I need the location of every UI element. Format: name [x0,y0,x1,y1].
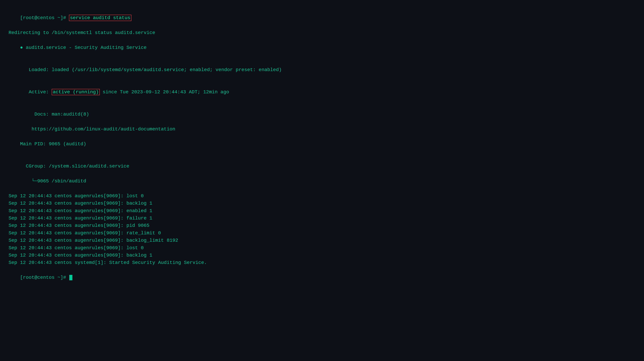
log-line-4: Sep 12 20:44:43 centos augenrules[9069]:… [8,222,636,229]
loaded-label: Loaded: [20,67,52,72]
final-prompt-line: [root@centos ~]# [8,267,636,289]
log-line-5: Sep 12 20:44:43 centos augenrules[9069]:… [8,229,636,237]
docs-line: Docs: man:auditd(8) [8,103,636,125]
loaded-line: Loaded: loaded (/usr/lib/systemd/system/… [8,59,636,81]
mainpid-value: 9065 (auditd) [49,141,86,147]
log-line-0: Sep 12 20:44:43 centos augenrules[9069]:… [8,192,636,200]
cgroup-label: CGroup: [20,164,49,169]
log-line-3: Sep 12 20:44:43 centos augenrules[9069]:… [8,215,636,222]
log-line-6: Sep 12 20:44:43 centos augenrules[9069]:… [8,237,636,244]
final-prompt: [root@centos ~]# [20,275,69,280]
active-line: Active: active (running) since Tue 2023-… [8,81,636,103]
command-text: service auditd status [69,15,132,21]
command-line: [root@centos ~]# service auditd status [8,7,636,29]
docs-label: Docs: [20,112,52,117]
service-name-text: auditd.service - Security Auditing Servi… [26,45,147,50]
terminal-window: [root@centos ~]# service auditd status R… [8,7,636,289]
service-name-line: ● auditd.service - Security Auditing Ser… [8,36,636,59]
empty-line [8,185,636,192]
cursor [69,275,72,280]
loaded-value: loaded (/usr/lib/systemd/system/auditd.s… [52,67,282,72]
active-status: active (running) [52,89,100,95]
prompt: [root@centos ~]# [20,15,69,20]
cgroup-value: /system.slice/auditd.service [49,164,129,169]
log-line-8: Sep 12 20:44:43 centos augenrules[9069]:… [8,252,636,259]
redirect-line: Redirecting to /bin/systemctl status aud… [8,29,636,36]
active-since: since Tue 2023-09-12 20:44:43 ADT; 12min… [100,89,229,95]
log-line-9: Sep 12 20:44:43 centos systemd[1]: Start… [8,259,636,266]
docs-value1: man:auditd(8) [52,112,89,117]
log-line-2: Sep 12 20:44:43 centos augenrules[9069]:… [8,207,636,215]
log-line-7: Sep 12 20:44:43 centos augenrules[9069]:… [8,244,636,252]
log-lines: Sep 12 20:44:43 centos augenrules[9069]:… [8,192,636,267]
cgroup-line: CGroup: /system.slice/auditd.service [8,155,636,177]
docs-url-line: https://github.com/linux-audit/audit-doc… [8,125,636,133]
mainpid-line: Main PID: 9065 (auditd) [8,133,636,155]
mainpid-label: Main PID: [20,141,49,147]
active-label: Active: [20,89,52,95]
log-line-1: Sep 12 20:44:43 centos augenrules[9069]:… [8,200,636,207]
cgroup-sub-line: └─9065 /sbin/auditd [8,177,636,185]
bullet-dot: ● [20,45,26,50]
